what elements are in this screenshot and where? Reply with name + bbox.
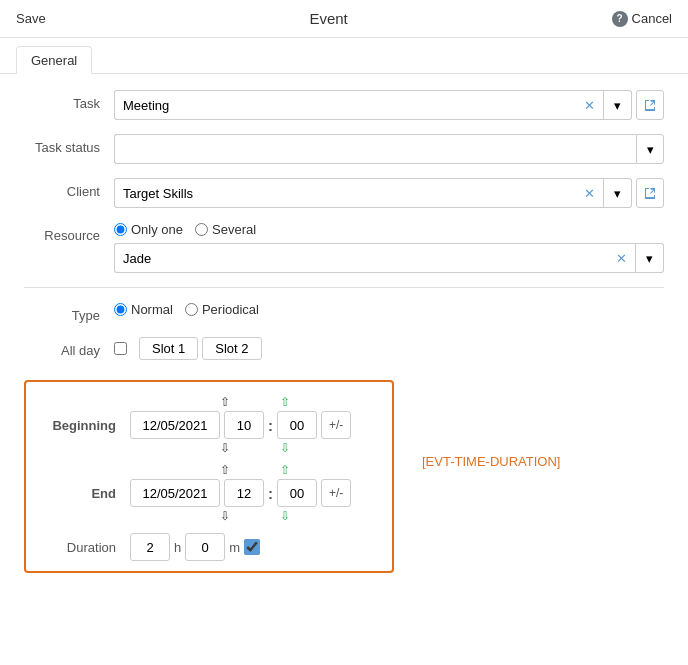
- beginning-plusminus-btn[interactable]: +/-: [321, 411, 351, 439]
- beginning-date-down-btn[interactable]: ⇩: [220, 441, 230, 455]
- task-dropdown-btn[interactable]: ▾: [604, 90, 632, 120]
- type-row: Type Normal Periodical: [24, 302, 664, 323]
- resource-dropdown-btn[interactable]: ▾: [636, 243, 664, 273]
- beginning-arrows-below: ⇩ ⇩: [130, 441, 378, 455]
- all-day-checkbox-label[interactable]: [114, 342, 127, 355]
- task-control: ✕ ▾: [114, 90, 664, 120]
- beginning-time-row: : +/-: [130, 411, 351, 439]
- resource-only-one-label: Only one: [131, 222, 183, 237]
- client-input-group: ✕ ▾: [114, 178, 632, 208]
- tabs-bar: General: [0, 38, 688, 74]
- save-button[interactable]: Save: [16, 11, 46, 26]
- task-clear-btn[interactable]: ✕: [576, 90, 604, 120]
- duration-checkbox[interactable]: [244, 539, 260, 555]
- bordered-time-section: ⇧ ⇧ Beginning : +/- ⇩: [24, 380, 394, 573]
- evt-placeholder-wrapper: [EVT-TIME-DURATION]: [406, 374, 560, 469]
- beginning-hour-up-btn[interactable]: ⇧: [280, 395, 290, 409]
- end-date-down-btn[interactable]: ⇩: [220, 509, 230, 523]
- resource-clear-btn[interactable]: ✕: [608, 243, 636, 273]
- end-colon: :: [268, 485, 273, 502]
- end-min-input[interactable]: [277, 479, 317, 507]
- end-hour-down-btn[interactable]: ⇩: [280, 509, 290, 523]
- task-status-dropdown-btn[interactable]: ▾: [636, 134, 664, 164]
- resource-radio-group: Only one Several: [114, 222, 256, 237]
- header: Save Event ? Cancel: [0, 0, 688, 38]
- end-date-up-btn[interactable]: ⇧: [220, 463, 230, 477]
- type-periodical-input[interactable]: [185, 303, 198, 316]
- end-time-row: : +/-: [130, 479, 351, 507]
- end-section: ⇧ ⇧ End : +/- ⇩: [40, 463, 378, 523]
- task-status-control: ▾: [114, 134, 664, 164]
- resource-row: Resource Only one Several ✕ ▾: [24, 222, 664, 273]
- end-hour-up-btn[interactable]: ⇧: [280, 463, 290, 477]
- task-status-input[interactable]: [114, 134, 636, 164]
- beginning-hour-down-btn[interactable]: ⇩: [280, 441, 290, 455]
- resource-only-one-input[interactable]: [114, 223, 127, 236]
- task-external-btn[interactable]: [636, 90, 664, 120]
- beginning-min-input[interactable]: [277, 411, 317, 439]
- form-body: Task ✕ ▾ Task status ▾ Clien: [0, 74, 688, 599]
- task-status-input-group: ▾: [114, 134, 664, 164]
- task-input[interactable]: [114, 90, 576, 120]
- tab-general[interactable]: General: [16, 46, 92, 74]
- type-control: Normal Periodical: [114, 302, 664, 317]
- duration-controls: h m: [130, 533, 260, 561]
- type-periodical-label: Periodical: [202, 302, 259, 317]
- resource-only-one-radio[interactable]: Only one: [114, 222, 183, 237]
- page-title: Event: [309, 10, 347, 27]
- beginning-label: Beginning: [40, 418, 130, 433]
- client-label: Client: [24, 178, 114, 199]
- resource-several-radio[interactable]: Several: [195, 222, 256, 237]
- duration-section: Duration h m: [40, 533, 378, 561]
- duration-hours-input[interactable]: [130, 533, 170, 561]
- end-arrows-above: ⇧ ⇧: [130, 463, 378, 477]
- client-clear-btn[interactable]: ✕: [576, 178, 604, 208]
- beginning-date-input[interactable]: [130, 411, 220, 439]
- cancel-button[interactable]: ? Cancel: [612, 11, 672, 27]
- duration-h-label: h: [174, 540, 181, 555]
- type-normal-input[interactable]: [114, 303, 127, 316]
- type-normal-radio[interactable]: Normal: [114, 302, 173, 317]
- all-day-checkbox[interactable]: [114, 342, 127, 355]
- type-label: Type: [24, 302, 114, 323]
- resource-input-group: ✕ ▾: [114, 243, 664, 273]
- time-section: ⇧ ⇧ Beginning : +/- ⇩: [24, 374, 664, 583]
- end-plusminus-btn[interactable]: +/-: [321, 479, 351, 507]
- beginning-date-up-btn[interactable]: ⇧: [220, 395, 230, 409]
- all-day-row: All day Slot 1 Slot 2: [24, 337, 664, 360]
- time-bordered-wrapper: ⇧ ⇧ Beginning : +/- ⇩: [24, 374, 394, 583]
- all-day-control: Slot 1 Slot 2: [114, 337, 664, 360]
- resource-several-input[interactable]: [195, 223, 208, 236]
- resource-several-label: Several: [212, 222, 256, 237]
- task-input-group: ✕ ▾: [114, 90, 632, 120]
- beginning-colon: :: [268, 417, 273, 434]
- end-arrows-below: ⇩ ⇩: [130, 509, 378, 523]
- beginning-section: ⇧ ⇧ Beginning : +/- ⇩: [40, 395, 378, 455]
- task-status-label: Task status: [24, 134, 114, 155]
- beginning-hour-input[interactable]: [224, 411, 264, 439]
- resource-label: Resource: [24, 222, 114, 243]
- end-hour-input[interactable]: [224, 479, 264, 507]
- end-label-row: End : +/-: [40, 479, 378, 507]
- type-periodical-radio[interactable]: Periodical: [185, 302, 259, 317]
- duration-label: Duration: [40, 540, 130, 555]
- slot2-button[interactable]: Slot 2: [202, 337, 261, 360]
- end-label: End: [40, 486, 130, 501]
- beginning-arrows-above: ⇧ ⇧: [130, 395, 378, 409]
- duration-mins-input[interactable]: [185, 533, 225, 561]
- client-input[interactable]: [114, 178, 576, 208]
- client-dropdown-btn[interactable]: ▾: [604, 178, 632, 208]
- task-label: Task: [24, 90, 114, 111]
- task-status-row: Task status ▾: [24, 134, 664, 164]
- divider-1: [24, 287, 664, 288]
- client-control: ✕ ▾: [114, 178, 664, 208]
- client-external-btn[interactable]: [636, 178, 664, 208]
- end-date-input[interactable]: [130, 479, 220, 507]
- type-normal-label: Normal: [131, 302, 173, 317]
- cancel-label[interactable]: Cancel: [632, 11, 672, 26]
- slot1-button[interactable]: Slot 1: [139, 337, 198, 360]
- all-day-label: All day: [24, 337, 114, 358]
- task-row: Task ✕ ▾: [24, 90, 664, 120]
- resource-input[interactable]: [114, 243, 608, 273]
- type-radio-group: Normal Periodical: [114, 302, 259, 317]
